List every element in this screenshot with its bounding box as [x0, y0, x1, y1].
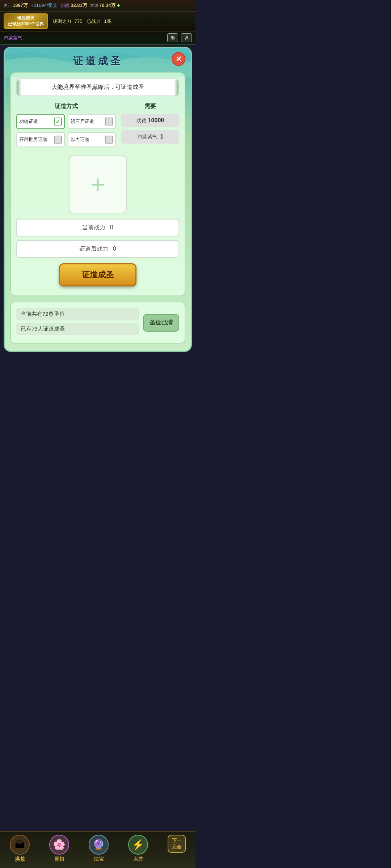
plus-icon: +: [91, 172, 105, 197]
zongzhanli-value: 1兆: [104, 18, 111, 25]
modal-overlay: 证道成圣 ✕ 大能境界至准圣巅峰后，可证道成圣 证道方式 功德证道 ✓: [4, 47, 192, 352]
guize-stat: 规则之力 775: [52, 18, 83, 25]
requirements-section: 需要 功德 10000 鸿蒙紫气 1: [121, 103, 179, 150]
title-line2: 已镇压3000个世界: [8, 21, 44, 27]
method2-label: 斩三尸证道: [71, 118, 94, 125]
req1-item: 功德 10000: [121, 114, 179, 127]
guize-label: 规则之力: [52, 18, 71, 25]
methods-left: 证道方式 功德证道 ✓ 斩三尸证道: [16, 103, 116, 150]
method4-checkbox: [105, 136, 113, 144]
methods-header: 证道方式: [16, 103, 116, 110]
description-banner: 大能境界至准圣巅峰后，可证道成圣: [16, 78, 179, 96]
title-line1: 镇压诸天: [8, 16, 44, 21]
modal-body: 大能境界至准圣巅峰后，可证道成圣 证道方式 功德证道 ✓: [10, 72, 185, 296]
lingyuan-value: 1897万: [13, 2, 28, 9]
close-button[interactable]: ✕: [172, 52, 185, 66]
rate-value: +21694/元会: [31, 2, 57, 9]
method3-label: 开辟世界证道: [19, 136, 47, 143]
methods-section: 证道方式 功德证道 ✓ 斩三尸证道: [16, 103, 179, 150]
settings-button[interactable]: 设: [181, 33, 192, 42]
second-status-bar: 镇压诸天 已镇压3000个世界 规则之力 775 总战力 1兆: [0, 12, 196, 31]
modal-header: 证道成圣 ✕: [5, 48, 191, 72]
method1-checkmark: ✓: [55, 118, 60, 125]
info-text-1: 当前共有72尊圣位: [16, 308, 139, 320]
full-button[interactable]: 圣位已满: [143, 314, 179, 332]
benyuan-label: 本源: [90, 3, 98, 8]
after-power-value: 0: [113, 246, 116, 252]
benyuan-stat: 本源 70.34万 +: [90, 2, 120, 9]
method1-label: 功德证道: [19, 118, 38, 125]
after-power-label: 证道后战力: [79, 246, 108, 252]
title-box: 镇压诸天 已镇压3000个世界: [4, 13, 48, 29]
action-area: 证道成圣: [16, 263, 179, 286]
requirements-header: 需要: [121, 103, 179, 110]
add-item-button[interactable]: +: [69, 156, 127, 213]
req2-item: 鸿蒙紫气 1: [121, 130, 179, 144]
current-power-label: 当前战力: [82, 224, 105, 230]
method2-checkbox: [105, 118, 113, 125]
benyuan-value: 70.34万: [99, 2, 116, 9]
req2-value: 1: [160, 133, 163, 140]
plus-area: +: [16, 156, 179, 213]
lingyuan-label: 灵元: [4, 3, 12, 8]
method1-checkbox: ✓: [54, 118, 62, 125]
benyuan-plus-icon[interactable]: +: [117, 2, 120, 9]
info-texts: 当前共有72尊圣位 已有73人证道成圣: [16, 308, 139, 337]
gongde-value: 32.81万: [71, 2, 87, 9]
info-section: 当前共有72尊圣位 已有73人证道成圣 圣位已满: [10, 302, 185, 344]
description-text: 大能境界至准圣巅峰后，可证道成圣: [51, 84, 144, 90]
method3-checkbox: [54, 136, 62, 144]
modal-title: 证道成圣: [73, 54, 122, 68]
hongmeng-text: 鸿蒙紫气: [4, 35, 22, 41]
rate-stat: +21694/元会: [31, 2, 57, 9]
method4-button[interactable]: 以力证道: [68, 132, 116, 147]
method-row-2: 开辟世界证道 以力证道: [16, 132, 116, 147]
method4-label: 以力证道: [71, 136, 89, 143]
lingyuan-stat: 灵元 1897万: [4, 2, 28, 9]
req1-value: 10000: [148, 117, 164, 123]
req2-label: 鸿蒙紫气: [137, 134, 157, 140]
zhengdao-button[interactable]: 证道成圣: [59, 263, 136, 286]
zongzhanli-label: 总战力: [87, 18, 101, 25]
third-status-bar: 鸿蒙紫气 邮 设: [0, 31, 196, 45]
top-status-bar: 灵元 1897万 +21694/元会 功德 32.81万 本源 70.34万 +: [0, 0, 196, 12]
info-text-2: 已有73人证道成圣: [16, 323, 139, 335]
zongzhanli-stat: 总战力 1兆: [87, 18, 111, 25]
guize-value: 775: [75, 18, 83, 24]
current-power-value: 0: [110, 224, 113, 230]
method1-button[interactable]: 功德证道 ✓: [16, 114, 65, 129]
req1-label: 功德: [136, 118, 147, 123]
mail-button[interactable]: 邮: [167, 33, 178, 42]
method3-button[interactable]: 开辟世界证道: [16, 132, 65, 147]
method2-button[interactable]: 斩三尸证道: [68, 114, 116, 129]
after-power-row: 证道后战力 0: [16, 240, 179, 258]
gongde-stat: 功德 32.81万: [60, 2, 87, 9]
gongde-label: 功德: [60, 2, 70, 9]
current-power-row: 当前战力 0: [16, 219, 179, 237]
method-row-1: 功德证道 ✓ 斩三尸证道: [16, 114, 116, 129]
